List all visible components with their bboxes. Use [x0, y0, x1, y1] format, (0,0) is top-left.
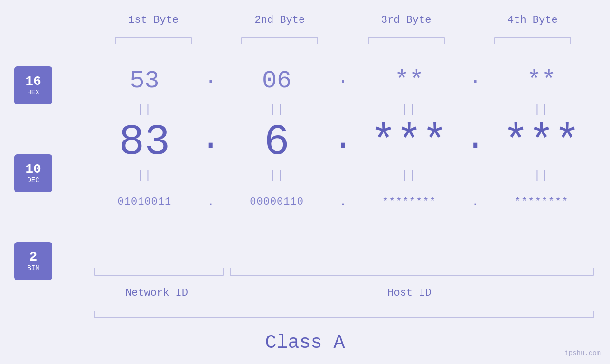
dec-dot3: . [463, 122, 487, 163]
bin-dot1: . [199, 194, 223, 210]
dec-number: 10 [25, 162, 41, 177]
dec-row: 83 . 6 . *** . *** [90, 119, 596, 166]
bracket-line-svg-1 [111, 36, 196, 45]
byte-header-4: 4th Byte [469, 14, 596, 26]
bin-dot3: . [463, 194, 487, 210]
top-brackets [90, 36, 596, 45]
bracket-byte3 [343, 36, 469, 45]
bracket-line-svg-2 [237, 36, 322, 45]
network-id-label: Network ID [90, 287, 223, 299]
eq1-b3: || [355, 103, 464, 116]
main-container: 1st Byte 2nd Byte 3rd Byte 4th Byte [0, 0, 610, 364]
dec-byte2: 6 [223, 121, 331, 164]
hex-dot1: . [199, 69, 223, 93]
bracket-line-svg-3 [364, 36, 449, 45]
byte-headers: 1st Byte 2nd Byte 3rd Byte 4th Byte [90, 14, 596, 26]
bracket-byte2 [216, 36, 343, 45]
dec-byte4: *** [487, 121, 596, 164]
hex-name: HEX [27, 89, 39, 96]
hex-dot3: . [463, 69, 487, 93]
hex-badge: 16 HEX [14, 66, 52, 104]
bracket-line-svg-4 [490, 36, 575, 45]
dec-dot1: . [199, 122, 223, 163]
dec-badge: 10 DEC [14, 154, 52, 192]
bin-number: 2 [29, 250, 38, 265]
hex-byte2: 06 [223, 67, 331, 95]
base-labels: 16 HEX 10 DEC 2 BIN [14, 66, 52, 280]
hex-dot2: . [331, 69, 355, 93]
class-label: Class A [0, 332, 610, 354]
byte-header-3: 3rd Byte [343, 14, 469, 26]
bin-badge: 2 BIN [14, 242, 52, 280]
hex-number: 16 [25, 75, 41, 89]
hex-byte3: ** [355, 67, 464, 95]
eq2-b4: || [487, 169, 596, 182]
class-bracket [93, 308, 596, 320]
host-id-label: Host ID [223, 287, 596, 299]
eq2-b3: || [355, 169, 464, 182]
equals-row-1: || || || || [90, 100, 596, 119]
hex-row: 53 . 06 . ** . ** [90, 62, 596, 100]
bin-byte2: 00000110 [223, 196, 331, 208]
dec-byte3: *** [355, 121, 464, 164]
host-id-bracket [228, 266, 596, 278]
hex-byte4: ** [487, 67, 596, 95]
rows-container: 53 . 06 . ** . ** || || || || 83 . 6 . *… [90, 62, 596, 218]
bin-name: BIN [27, 265, 39, 272]
id-labels: Network ID Host ID [90, 287, 596, 299]
eq2-b1: || [90, 169, 199, 182]
bin-row: 01010011 . 00000110 . ******** . *******… [90, 185, 596, 218]
eq1-b2: || [223, 103, 331, 116]
bin-byte3: ******** [355, 196, 464, 208]
bin-dot2: . [331, 194, 355, 210]
eq1-b1: || [90, 103, 199, 116]
equals-row-2: || || || || [90, 166, 596, 185]
bracket-byte1 [90, 36, 216, 45]
dec-name: DEC [27, 177, 39, 184]
byte-header-2: 2nd Byte [216, 14, 343, 26]
hex-byte1: 53 [90, 67, 199, 95]
eq1-b4: || [487, 103, 596, 116]
watermark: ipshu.com [564, 349, 601, 357]
dec-dot2: . [331, 122, 355, 163]
bracket-byte4 [469, 36, 596, 45]
eq2-b2: || [223, 169, 331, 182]
byte-header-1: 1st Byte [90, 14, 216, 26]
dec-byte1: 83 [90, 121, 199, 164]
bin-byte1: 01010011 [90, 196, 199, 208]
bin-byte4: ******** [487, 196, 596, 208]
network-id-bracket [93, 266, 225, 278]
